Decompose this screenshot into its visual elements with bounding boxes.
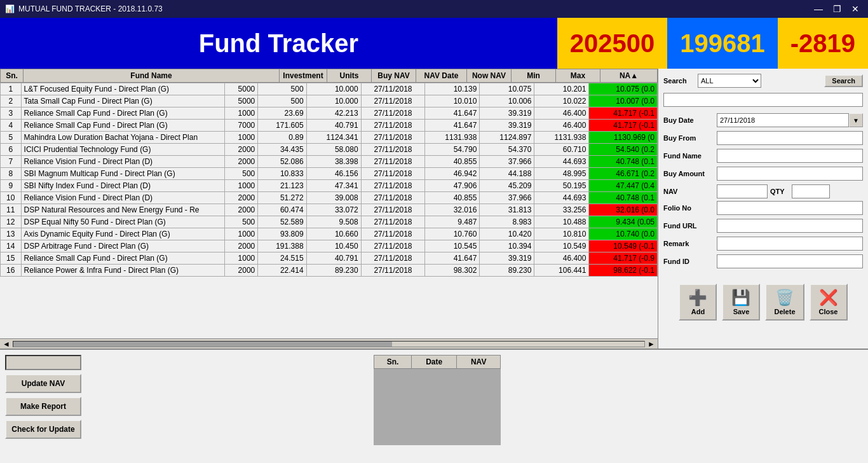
add-button[interactable]: ➕ Add — [679, 284, 717, 321]
table-row[interactable]: 1 L&T Focused Equity Fund - Direct Plan … — [1, 83, 658, 95]
update-nav-button[interactable]: Update NAV — [5, 374, 81, 393]
table-row[interactable]: 2 Tata Small Cap Fund - Direct Plan (G) … — [1, 95, 658, 107]
table-row[interactable]: 5 Mahindra Low Duration Bachat Yojana - … — [1, 132, 658, 144]
table-row[interactable]: 3 Reliance Small Cap Fund - Direct Plan … — [1, 107, 658, 120]
fund-name-input[interactable] — [717, 149, 863, 163]
cell-nav-val: 40.748 (0.1 — [589, 156, 658, 168]
buy-date-row: Buy Date ▼ — [663, 113, 863, 127]
cell-now-nav: 32.016 — [425, 204, 480, 216]
table-row[interactable]: 7 Reliance Vision Fund - Direct Plan (D)… — [1, 156, 658, 168]
table-row[interactable]: 11 DSP Natural Resources and New Energy … — [1, 204, 658, 216]
buy-amount-input[interactable] — [717, 167, 863, 181]
cell-fund-name: Reliance Vision Fund - Direct Plan (D) — [21, 156, 225, 168]
table-row[interactable]: 15 Reliance Small Cap Fund - Direct Plan… — [1, 252, 658, 265]
cell-sn: 1 — [1, 83, 22, 95]
table-row[interactable]: 4 Reliance Small Cap Fund - Direct Plan … — [1, 120, 658, 132]
cell-nav-val: 98.622 (-0.1 — [589, 265, 658, 277]
col-now-nav: Now NAV — [467, 69, 512, 83]
horizontal-scrollbar[interactable]: ◄ ► — [0, 338, 658, 349]
cell-nav-val: 46.671 (0.2 — [589, 168, 658, 180]
search-text-input[interactable] — [663, 93, 863, 107]
gain-loss-stat: -2819 — [778, 18, 868, 69]
add-icon: ➕ — [688, 289, 707, 307]
cell-nav-val: 54.540 (0.2 — [589, 144, 658, 156]
action-buttons: ➕ Add 💾 Save 🗑️ Delete ❌ Close — [663, 284, 863, 321]
cell-now-nav: 54.790 — [425, 144, 480, 156]
table-row[interactable]: 12 DSP Equal Nifty 50 Fund - Direct Plan… — [1, 216, 658, 228]
table-row[interactable]: 8 SBI Magnum Multicap Fund - Direct Plan… — [1, 168, 658, 180]
save-label: Save — [733, 308, 750, 315]
nav-history-col-date: Date — [412, 356, 457, 369]
qty-input[interactable] — [792, 184, 830, 198]
table-row[interactable]: 13 Axis Dynamic Equity Fund - Direct Pla… — [1, 228, 658, 240]
date-picker-button[interactable]: ▼ — [849, 113, 863, 127]
cell-max: 60.710 — [534, 144, 589, 156]
cell-fund-name: Mahindra Low Duration Bachat Yojana - Di… — [21, 132, 225, 144]
cell-sn: 7 — [1, 156, 22, 168]
table-row[interactable]: 9 SBI Nifty Index Fund - Direct Plan (D)… — [1, 180, 658, 192]
cell-nav-date: 27/11/2018 — [361, 144, 425, 156]
cell-min: 39.319 — [480, 107, 534, 120]
maximize-button[interactable]: ❐ — [829, 4, 845, 14]
buy-date-input[interactable] — [717, 113, 849, 127]
folio-no-input[interactable] — [717, 201, 863, 215]
fund-id-row: Fund ID — [663, 254, 863, 268]
col-min: Min — [512, 69, 556, 83]
cell-investment: 2000 — [225, 156, 258, 168]
buy-from-input[interactable] — [717, 131, 863, 145]
cell-nav-date: 27/11/2018 — [361, 204, 425, 216]
save-button[interactable]: 💾 Save — [722, 284, 760, 321]
cell-sn: 8 — [1, 168, 22, 180]
cell-investment: 2000 — [225, 265, 258, 277]
table-row[interactable]: 10 Reliance Vision Fund - Direct Plan (D… — [1, 192, 658, 204]
make-report-button[interactable]: Make Report — [5, 397, 81, 416]
cell-investment: 1000 — [225, 228, 258, 240]
fund-id-input[interactable] — [717, 254, 863, 268]
cell-investment: 1000 — [225, 132, 258, 144]
cell-now-nav: 98.302 — [425, 265, 480, 277]
remark-label: Remark — [663, 240, 714, 247]
cell-min: 45.209 — [480, 180, 534, 192]
nav-history-col-sn: Sn. — [374, 356, 412, 369]
minimize-button[interactable]: — — [810, 4, 827, 14]
table-body-scroll[interactable]: 1 L&T Focused Equity Fund - Direct Plan … — [0, 83, 658, 338]
cell-investment: 500 — [225, 168, 258, 180]
fund-name-label: Fund Name — [663, 152, 714, 160]
cell-sn: 12 — [1, 216, 22, 228]
cell-buy-nav: 10.000 — [306, 95, 361, 107]
nav-history-row — [374, 369, 501, 445]
nav-history-cell — [374, 369, 412, 445]
table-header: Sn. Fund Name Investment Units Buy NAV N… — [0, 69, 658, 83]
table-row[interactable]: 6 ICICI Prudential Technology Fund (G) 2… — [1, 144, 658, 156]
cell-units: 51.272 — [258, 192, 306, 204]
cell-max: 46.400 — [534, 107, 589, 120]
table-row[interactable]: 16 Reliance Power & Infra Fund - Direct … — [1, 265, 658, 277]
fund-url-input[interactable] — [717, 219, 863, 233]
scroll-left-btn[interactable]: ◄ — [0, 340, 13, 349]
table-row[interactable]: 14 DSP Arbitrage Fund - Direct Plan (G) … — [1, 240, 658, 252]
search-type-select[interactable]: ALL Fund Name Buy From — [698, 74, 761, 88]
cell-sn: 13 — [1, 228, 22, 240]
right-panel: Search ALL Fund Name Buy From Search Buy… — [658, 69, 868, 349]
delete-button[interactable]: 🗑️ Delete — [765, 284, 804, 321]
cell-min: 44.188 — [480, 168, 534, 180]
cell-investment: 2000 — [225, 204, 258, 216]
cell-fund-name: Reliance Power & Infra Fund - Direct Pla… — [21, 265, 225, 277]
close-button[interactable]: ❌ Close — [810, 284, 848, 321]
nav-input[interactable] — [717, 184, 768, 198]
search-button[interactable]: Search — [824, 74, 863, 87]
nav-history-header: Sn. Date NAV — [374, 356, 501, 369]
cell-now-nav: 41.647 — [425, 120, 480, 132]
cell-min: 1124.897 — [480, 132, 534, 144]
cell-max: 10.201 — [534, 83, 589, 95]
cell-nav-date: 27/11/2018 — [361, 265, 425, 277]
search-label: Search — [663, 77, 695, 85]
cell-nav-date: 27/11/2018 — [361, 156, 425, 168]
remark-input[interactable] — [717, 237, 863, 251]
check-update-button[interactable]: Check for Update — [5, 420, 81, 439]
cell-units: 52.589 — [258, 216, 306, 228]
scroll-right-btn[interactable]: ► — [645, 340, 658, 349]
close-window-button[interactable]: ✕ — [848, 4, 863, 14]
cell-sn: 6 — [1, 144, 22, 156]
cell-buy-nav: 1124.341 — [306, 132, 361, 144]
